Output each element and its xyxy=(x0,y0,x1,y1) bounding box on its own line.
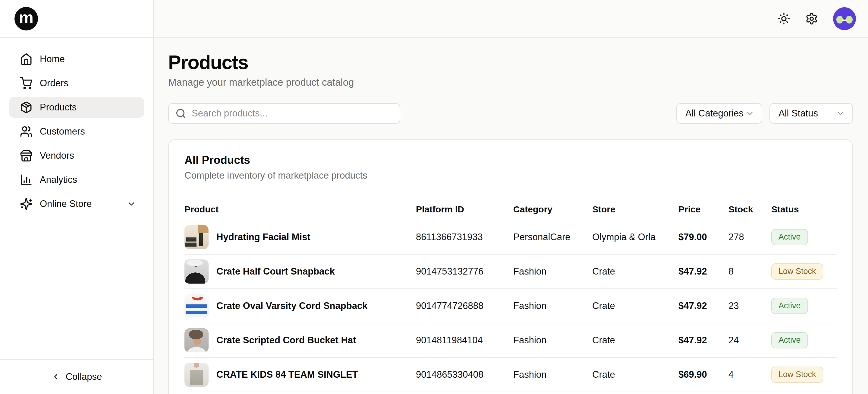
sidebar-item-label: Vendors xyxy=(40,150,74,161)
sidebar-item-home[interactable]: Home xyxy=(9,49,144,69)
stock-cell: 24 xyxy=(728,335,771,346)
column-header-platform-id: Platform ID xyxy=(416,204,513,215)
package-icon xyxy=(20,101,33,114)
store-cell: Crate xyxy=(592,369,678,380)
cart-icon xyxy=(20,77,33,90)
home-icon xyxy=(20,53,33,65)
price-cell: $47.92 xyxy=(678,335,728,346)
product-cell: Crate Oval Varsity Cord Snapback xyxy=(184,294,416,318)
product-name: Crate Oval Varsity Cord Snapback xyxy=(216,301,367,311)
table-header-row: ProductPlatform IDCategoryStorePriceStoc… xyxy=(184,199,837,220)
chart-icon xyxy=(20,173,33,186)
sparkles-icon xyxy=(20,198,33,210)
sidebar-item-label: Home xyxy=(40,54,65,64)
category-filter-value: All Categories xyxy=(685,108,744,119)
store-cell: Crate xyxy=(592,301,678,311)
product-thumbnail xyxy=(184,259,209,284)
search-input[interactable] xyxy=(192,108,393,119)
category-filter-select[interactable]: All Categories xyxy=(676,103,762,124)
category-cell: Fashion xyxy=(513,335,592,346)
status-cell: Low Stock xyxy=(771,367,837,383)
table-body: Hydrating Facial Mist 8611366731933 Pers… xyxy=(184,220,837,392)
product-cell: Crate Scripted Cord Bucket Hat xyxy=(184,328,416,353)
sidebar: m Home Orders Products Customers Vendors… xyxy=(0,0,154,394)
table-row[interactable]: Crate Oval Varsity Cord Snapback 9014774… xyxy=(184,289,837,323)
sidebar-item-label: Customers xyxy=(40,126,85,137)
status-cell: Active xyxy=(771,298,837,314)
product-thumbnail xyxy=(184,225,209,249)
store-icon xyxy=(20,149,33,162)
content-area: Products Manage your marketplace product… xyxy=(154,38,868,394)
sidebar-item-analytics[interactable]: Analytics xyxy=(9,170,144,190)
status-filter-select[interactable]: All Status xyxy=(770,103,853,124)
sidebar-footer: Collapse xyxy=(0,359,153,394)
sidebar-nav: Home Orders Products Customers Vendors A… xyxy=(0,38,153,359)
table-row[interactable]: Crate Scripted Cord Bucket Hat 901481198… xyxy=(184,323,837,358)
filter-row: All Categories All Status xyxy=(168,103,853,124)
brand-logo[interactable]: m xyxy=(14,7,38,30)
card-subtitle: Complete inventory of marketplace produc… xyxy=(184,170,837,181)
users-icon xyxy=(20,125,33,138)
sidebar-item-label: Analytics xyxy=(40,174,77,185)
sidebar-item-label: Online Store xyxy=(40,198,92,209)
sidebar-item-label: Orders xyxy=(40,78,68,89)
status-cell: Active xyxy=(771,229,837,245)
topbar xyxy=(154,0,868,38)
status-badge: Active xyxy=(771,298,808,314)
collapse-label: Collapse xyxy=(66,371,102,382)
status-badge: Low Stock xyxy=(771,367,824,383)
category-cell: Fashion xyxy=(513,266,592,277)
products-card: All Products Complete inventory of marke… xyxy=(168,139,853,394)
logo-area: m xyxy=(0,0,153,38)
table-row[interactable]: Hydrating Facial Mist 8611366731933 Pers… xyxy=(184,220,837,255)
user-avatar[interactable] xyxy=(833,7,856,30)
price-cell: $47.92 xyxy=(678,301,728,311)
sidebar-item-label: Products xyxy=(40,102,76,113)
collapse-button[interactable]: Collapse xyxy=(51,371,102,382)
status-filter-value: All Status xyxy=(778,108,818,119)
product-cell: CRATE KIDS 84 TEAM SINGLET xyxy=(184,363,416,387)
app-window: m Home Orders Products Customers Vendors… xyxy=(0,0,868,394)
stock-cell: 8 xyxy=(728,266,771,277)
status-cell: Low Stock xyxy=(771,263,837,280)
settings-button[interactable] xyxy=(805,12,818,25)
sidebar-item-orders[interactable]: Orders xyxy=(9,73,144,93)
sidebar-item-products[interactable]: Products xyxy=(9,97,144,118)
avatar-smile-icon xyxy=(841,16,848,21)
column-header-price: Price xyxy=(678,204,728,215)
store-cell: Crate xyxy=(592,266,678,277)
sidebar-item-vendors[interactable]: Vendors xyxy=(9,145,144,166)
table-row[interactable]: Crate Half Court Snapback 9014753132776 … xyxy=(184,255,837,289)
stock-cell: 4 xyxy=(728,369,771,380)
card-title: All Products xyxy=(184,154,837,167)
sidebar-item-online-store[interactable]: Online Store xyxy=(9,194,144,214)
chevron-left-icon xyxy=(51,372,60,381)
category-cell: Fashion xyxy=(513,301,592,311)
status-cell: Active xyxy=(771,332,837,348)
search-box xyxy=(168,103,400,124)
main-area: Products Manage your marketplace product… xyxy=(154,0,868,394)
stock-cell: 23 xyxy=(728,301,771,311)
product-name: Hydrating Facial Mist xyxy=(216,232,310,243)
product-name: Crate Half Court Snapback xyxy=(216,266,335,277)
store-cell: Olympia & Orla xyxy=(592,232,678,243)
product-thumbnail xyxy=(184,363,209,387)
chevron-down-icon xyxy=(745,109,754,118)
search-icon xyxy=(176,108,186,119)
page-title: Products xyxy=(168,51,853,74)
sidebar-item-customers[interactable]: Customers xyxy=(9,121,144,142)
platform-id-cell: 9014753132776 xyxy=(416,266,513,277)
price-cell: $79.00 xyxy=(678,232,728,243)
gear-icon xyxy=(805,12,818,25)
platform-id-cell: 8611366731933 xyxy=(416,232,513,243)
category-cell: PersonalCare xyxy=(513,232,592,243)
platform-id-cell: 9014774726888 xyxy=(416,301,513,311)
column-header-product: Product xyxy=(184,204,416,215)
theme-toggle-button[interactable] xyxy=(778,12,790,25)
status-badge: Active xyxy=(771,229,808,245)
product-name: Crate Scripted Cord Bucket Hat xyxy=(216,335,356,346)
price-cell: $47.92 xyxy=(678,266,728,277)
store-cell: Crate xyxy=(592,335,678,346)
chevron-down-icon xyxy=(836,109,845,118)
table-row[interactable]: CRATE KIDS 84 TEAM SINGLET 9014865330408… xyxy=(184,358,837,392)
